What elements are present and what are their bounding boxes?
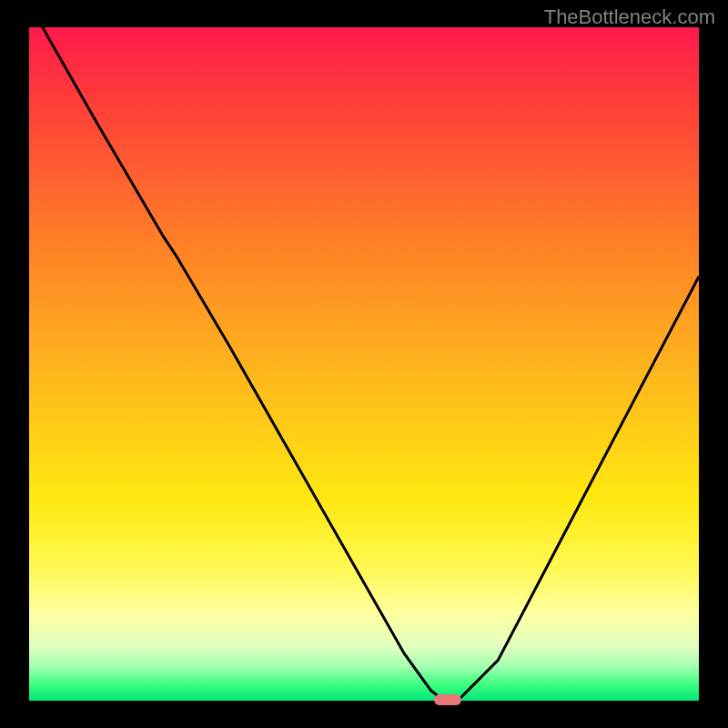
chart-container: TheBottleneck.com: [0, 0, 728, 728]
plot-area: [29, 27, 699, 701]
optimal-point-marker: [434, 694, 460, 705]
bottleneck-curve: [29, 27, 699, 701]
watermark-text: TheBottleneck.com: [544, 5, 715, 29]
